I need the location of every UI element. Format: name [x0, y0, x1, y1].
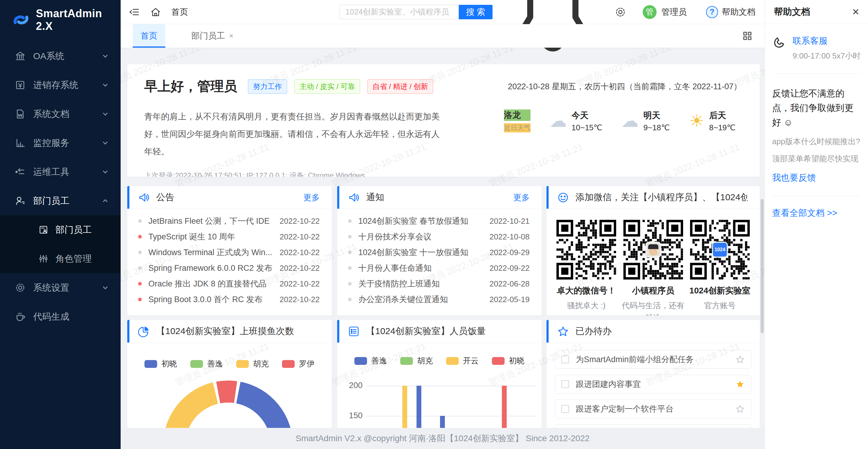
help-docs-link[interactable]: ? 帮助文档: [706, 6, 755, 18]
legend-item[interactable]: 善逸: [190, 358, 223, 369]
feedback-item: 顶部菜单希望能尽快实现: [772, 154, 861, 164]
legend-item[interactable]: 胡克: [400, 355, 433, 366]
sidebar-item-label: 运维工具: [33, 166, 102, 178]
logo[interactable]: SmartAdmin 2.X: [0, 0, 121, 39]
gridline-200: [366, 386, 536, 386]
list-item[interactable]: Spring Boot 3.0.0 首个 RC 发布2022-10-22: [138, 292, 320, 307]
todo-item[interactable]: 跟进团建内容事宜: [555, 375, 751, 393]
speaker-icon: [348, 192, 360, 203]
qr-avatar: [645, 242, 661, 258]
bank-icon: [15, 51, 25, 61]
global-search: 搜 索: [340, 5, 493, 19]
todo-item[interactable]: 为SmartAdmin前端小组分配任务: [555, 350, 751, 369]
list-chart-icon: [348, 326, 360, 337]
vertical-scrollbar[interactable]: [761, 199, 764, 333]
list-item[interactable]: Spring Framework 6.0.0 RC2 发布2022-10-22: [138, 260, 320, 276]
username[interactable]: 管理员: [661, 6, 687, 18]
give-feedback-link[interactable]: 我也要反馈: [772, 172, 861, 184]
star-outline-icon[interactable]: [735, 404, 745, 414]
greeting-title: 早上好，管理员: [144, 77, 237, 95]
legend-swatch: [446, 357, 459, 365]
sidebar-item-docs[interactable]: 系统文档: [0, 99, 121, 128]
sidebar-subitem-label: 部门员工: [56, 224, 92, 236]
breadcrumb[interactable]: 首页: [171, 6, 188, 18]
card-title: 公告: [156, 191, 298, 203]
qr-row: 卓大的微信号！ 骚扰卓大 :) 小镇程序员 代码与生活，还有钱途 1024: [547, 209, 760, 315]
notice-list: 1024创新实验室 春节放假通知2022-10-21 十月份技术分享会议2022…: [337, 209, 542, 307]
list-item[interactable]: Windows Terminal 正式成为 Win...2022-10-22: [138, 245, 320, 260]
collapse-sidebar-icon[interactable]: [129, 7, 140, 18]
card-title: 已办待办: [576, 325, 748, 338]
gear-icon: [15, 283, 25, 293]
legend-item[interactable]: 胡克: [236, 358, 269, 369]
list-item[interactable]: Oracle 推出 JDK 8 的直接替代品2022-10-22: [138, 276, 320, 292]
legend-item[interactable]: 开云: [446, 355, 478, 366]
list-item[interactable]: 关于疫情防控上班通知2022-06-28: [348, 276, 530, 292]
checkbox[interactable]: [561, 380, 569, 388]
question-icon: ?: [706, 6, 718, 18]
list-item[interactable]: JetBrains Fleet 公测，下一代 IDE2022-10-22: [138, 213, 320, 229]
list-item[interactable]: TypeScript 诞生 10 周年2022-10-22: [138, 229, 320, 245]
chevron-down-icon: [102, 141, 108, 145]
tab-close-icon[interactable]: ×: [229, 32, 234, 40]
star-filled-icon[interactable]: [735, 379, 745, 389]
legend-item[interactable]: 初晓: [492, 355, 525, 366]
sidebar-item-ops[interactable]: 运维工具: [0, 157, 121, 186]
checkbox[interactable]: [561, 405, 569, 413]
list-item[interactable]: 办公室消杀关键位置通知2022-05-19: [348, 292, 530, 307]
avatar[interactable]: 管: [643, 5, 657, 19]
last-login-info: 上次登录:2022-10-26 17:50:51; IP:127.0.0.1; …: [144, 171, 742, 177]
view-all-docs-link[interactable]: 查看全部文档 >>: [765, 196, 868, 219]
settings-gear-icon[interactable]: [615, 7, 626, 18]
sidebar-item-settings[interactable]: 系统设置: [0, 273, 121, 302]
search-input[interactable]: [340, 5, 459, 19]
tab-employees[interactable]: 部门员工 ×: [183, 24, 241, 47]
pie-chart-icon: [138, 326, 150, 337]
list-item[interactable]: 1024创新实验室 十一放假通知2022-09-29: [348, 245, 530, 260]
search-button[interactable]: 搜 索: [459, 5, 493, 19]
list-item[interactable]: 1024创新实验室 春节放假通知2022-10-21: [348, 213, 530, 229]
legend-item[interactable]: 善逸: [354, 355, 387, 366]
list-item[interactable]: 十月份人事任命通知2022-09-22: [348, 260, 530, 276]
phone-icon: [772, 35, 786, 50]
status-dot: [138, 282, 142, 286]
bar-legend: 善逸 胡克 开云 初晓: [337, 355, 542, 366]
invoice-icon: [15, 80, 25, 90]
tab-home[interactable]: 首页: [133, 24, 165, 47]
close-icon[interactable]: ✕: [852, 7, 860, 17]
sidebar-subitem-roles[interactable]: 角色管理: [0, 244, 121, 273]
checkbox[interactable]: [561, 355, 569, 363]
notice-more-link[interactable]: 更多: [513, 192, 530, 203]
sidebar-item-label: 进销存系统: [33, 79, 102, 91]
wechat-card: 添加微信，关注【小镇程序员】、【1024创新实验室】 卓大的微信号！ 骚扰卓大 …: [547, 186, 760, 315]
legend-item[interactable]: 罗伊: [282, 358, 315, 369]
tab-layout-grid-icon[interactable]: [742, 31, 752, 41]
gridline-150: [366, 416, 536, 416]
star-outline-icon[interactable]: [735, 355, 745, 364]
help-panel: 帮助文档 ✕ 联系客服 9:00-17:00 5x7小时 反馈让您不满意的点，我…: [765, 0, 868, 449]
legend-item[interactable]: 初晓: [145, 358, 177, 369]
list-item[interactable]: 十月份技术分享会议2022-10-08: [348, 229, 530, 245]
contact-support-link[interactable]: 联系客服: [793, 35, 861, 47]
sidebar-item-codegen[interactable]: 代码生成: [0, 302, 121, 331]
status-dot: [138, 251, 142, 254]
sidebar-item-oa[interactable]: OA系统: [0, 42, 121, 70]
sidebar-subitem-employees[interactable]: 部门员工: [0, 215, 121, 244]
status-dot: [348, 251, 352, 254]
home-icon[interactable]: [150, 7, 161, 18]
qr-figure-1024lab: 1024 1024创新实验室 官方账号: [688, 220, 752, 315]
support-hours: 9:00-17:00 5x7小时: [793, 51, 861, 61]
ops-icon: [15, 167, 25, 177]
meal-chart-card: 【1024创新实验室】人员饭量 善逸 胡克 开云 初晓 200 150: [337, 320, 542, 428]
greeting-card: 早上好，管理员 努力工作 主动 / 皮实 / 可靠 自省 / 精进 / 创新 2…: [127, 64, 760, 177]
help-panel-title: 帮助文档: [774, 6, 810, 18]
sidebar-item-erp[interactable]: 进销存系统: [0, 70, 121, 99]
notice-card: 通知 更多 1024创新实验室 春节放假通知2022-10-21 十月份技术分享…: [337, 186, 542, 315]
qr-code: 1024: [690, 220, 750, 280]
announcement-more-link[interactable]: 更多: [303, 192, 320, 203]
todo-item-clipped[interactable]: [555, 424, 751, 428]
sidebar-item-employees[interactable]: 部门员工: [0, 186, 121, 215]
todo-item[interactable]: 跟进客户定制一个软件平台: [555, 399, 751, 418]
legend-swatch: [190, 360, 203, 368]
sidebar-item-monitor[interactable]: 监控服务: [0, 128, 121, 157]
